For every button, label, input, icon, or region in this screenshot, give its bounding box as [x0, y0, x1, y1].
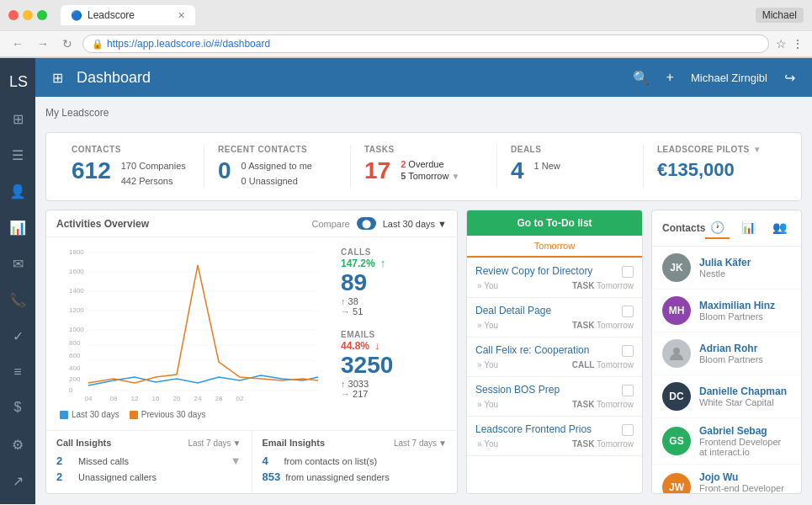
todo-title-0[interactable]: Review Copy for Directory	[475, 265, 634, 278]
stat-contacts: CONTACTS 612 170 Companies 442 Persons	[58, 145, 204, 189]
sidebar-icon-grid[interactable]: ⊞	[3, 104, 33, 134]
contact-item-2[interactable]: Adrian Rohr Bloom Partners	[652, 332, 801, 375]
tab-chart[interactable]: 📊	[736, 217, 761, 239]
reload-btn[interactable]: ↻	[59, 35, 76, 52]
activity-chart: 1800 1600 1400 1200 1000 800 600 400 200…	[53, 244, 334, 404]
chart-legend: Last 30 days Previous 30 days	[53, 407, 334, 423]
svg-text:28: 28	[215, 395, 223, 402]
svg-text:24: 24	[194, 395, 202, 402]
contacts-header: Contacts 🕐 📊 👥	[652, 210, 801, 247]
contact-item-5[interactable]: JW Jojo Wu Front-end Developer at intera…	[652, 465, 801, 493]
bookmark-icon[interactable]: ☆	[776, 37, 787, 50]
sidebar-icon-tasks[interactable]: ≡	[3, 358, 33, 386]
tasks-number: 17	[364, 159, 390, 183]
maximize-btn[interactable]	[37, 10, 47, 20]
contact-info-2: Adrian Rohr Bloom Partners	[699, 343, 791, 364]
todo-checkbox-0[interactable]	[622, 266, 634, 278]
svg-text:12: 12	[131, 395, 139, 402]
tab-add-contact[interactable]: 👥	[767, 217, 792, 239]
sidebar-icon-contacts[interactable]: 👤	[3, 177, 33, 206]
pilots-value: €135,000	[657, 159, 776, 181]
forward-btn[interactable]: →	[34, 35, 52, 52]
back-btn[interactable]: ←	[8, 35, 27, 52]
email-contacts-count: 4	[263, 454, 279, 467]
todo-list: Review Copy for Directory » You TASK Tom…	[467, 258, 642, 493]
legend-last-30: Last 30 days	[60, 410, 119, 419]
chart-stats: CALLS 147.2% ↑ 89 ↑ 38 → 51	[341, 244, 450, 423]
emails-stat: EMAILS 44.8% ↓ 3250 ↑ 3033 → 217	[341, 330, 450, 399]
call-insights-title: Call Insights	[56, 438, 188, 448]
search-icon[interactable]: 🔍	[629, 66, 653, 89]
contact-item-4[interactable]: GS Gabriel Sebag Frontend Developer at i…	[652, 418, 801, 465]
sidebar-icon-check[interactable]: ✓	[3, 322, 33, 351]
sidebar-icon-chart[interactable]: 📊	[3, 213, 33, 242]
contacts-panel: Contacts 🕐 📊 👥 JK Julia Käfer Nes	[651, 210, 802, 494]
contact-company-3: White Star Capital	[699, 397, 791, 407]
go-to-todo-btn[interactable]: Go to To-Do list	[467, 210, 642, 236]
pilots-dropdown-icon[interactable]: ▼	[753, 145, 762, 154]
recent-contacts-label: RECENT CONTACTS	[218, 145, 337, 154]
emails-down-icon: ↓	[374, 339, 380, 352]
todo-checkbox-3[interactable]	[622, 385, 634, 396]
contact-item-1[interactable]: MH Maximilian Hinz Bloom Partners	[652, 290, 801, 332]
todo-title-1[interactable]: Deal Detail Page	[475, 305, 634, 317]
todo-item-1: Deal Detail Page » You TASK Tomorrow	[467, 298, 642, 338]
email-insights-period[interactable]: Last 7 days ▼	[394, 439, 447, 448]
contact-name-5: Jojo Wu	[699, 471, 791, 483]
missed-calls-chevron[interactable]: ▼	[231, 454, 241, 467]
sidebar-icon-logo[interactable]: LS	[3, 66, 33, 98]
minimize-btn[interactable]	[23, 10, 33, 20]
lock-icon: 🔒	[92, 39, 103, 50]
svg-text:20: 20	[173, 395, 181, 402]
contact-item-0[interactable]: JK Julia Käfer Nestle	[652, 247, 801, 290]
sidebar-icon-settings[interactable]: ⚙	[3, 430, 33, 460]
contact-info-1: Maximilian Hinz Bloom Partners	[699, 300, 791, 322]
tab-tomorrow[interactable]: Tomorrow	[467, 236, 642, 258]
compare-toggle[interactable]: ⬤	[357, 217, 376, 230]
tab-close-icon[interactable]: ✕	[178, 10, 185, 21]
contact-item-3[interactable]: DC Danielle Chapman White Star Capital	[652, 375, 801, 418]
avatar-1: MH	[662, 296, 691, 325]
todo-checkbox-1[interactable]	[622, 306, 634, 317]
tab-recent[interactable]: 🕐	[705, 217, 730, 239]
companies-count: 170 Companies	[121, 159, 186, 174]
call-insights-period[interactable]: Last 7 days ▼	[188, 439, 241, 448]
app-header: ⊞ Dashboard 🔍 + Michael Zirngibl ↪	[35, 58, 812, 97]
emails-number: 3250	[341, 352, 450, 379]
deals-new: 1 New	[534, 159, 560, 174]
stat-recent-contacts: RECENT CONTACTS 0 0 Assigned to me 0 Una…	[204, 145, 351, 189]
url-bar[interactable]: 🔒 https://app.leadscore.io/#/dashboard	[82, 35, 769, 53]
todo-title-2[interactable]: Call Felix re: Cooperation	[475, 344, 634, 357]
emails-detail: ↑ 3033 → 217	[341, 379, 450, 399]
sidebar-icon-export[interactable]: ↗	[3, 466, 33, 496]
grid-icon[interactable]: ⊞	[49, 66, 66, 89]
menu-icon[interactable]: ⋮	[792, 37, 804, 50]
deals-number: 4	[511, 159, 524, 183]
calls-stat: CALLS 147.2% ↑ 89 ↑ 38 → 51	[341, 247, 450, 316]
todo-checkbox-4[interactable]	[622, 424, 634, 436]
sidebar-icon-deals[interactable]: $	[3, 393, 33, 422]
stat-tasks: TASKS 17 2 Overdue 5 Tomorrow ▼	[351, 145, 497, 189]
svg-text:600: 600	[69, 352, 81, 359]
todo-item-2: Call Felix re: Cooperation » You CALL To…	[467, 338, 642, 377]
sidebar-icon-mail[interactable]: ✉	[3, 249, 33, 279]
svg-text:04: 04	[85, 395, 93, 402]
section-label: My Leadscore	[45, 107, 802, 119]
sidebar-icon-list[interactable]: ☰	[3, 141, 33, 170]
svg-text:02: 02	[236, 395, 244, 402]
add-icon[interactable]: +	[663, 66, 677, 88]
sidebar-icon-phone[interactable]: 📞	[3, 285, 33, 315]
email-unassigned-label: from unassigned senders	[285, 472, 447, 482]
todo-title-4[interactable]: Leadscore Frontend Prios	[475, 423, 634, 436]
date-range-btn[interactable]: Last 30 days ▼	[383, 219, 447, 229]
todo-title-3[interactable]: Session BOS Prep	[475, 384, 634, 396]
stat-leadscore-pilots: LEADSCORE PILOTS ▼ €135,000	[644, 145, 789, 189]
insights-row: Call Insights Last 7 days ▼ 2 Missed cal…	[46, 430, 457, 493]
browser-tab[interactable]: 🔵 Leadscore ✕	[61, 5, 195, 25]
call-insights-block: Call Insights Last 7 days ▼ 2 Missed cal…	[46, 431, 252, 493]
logout-icon[interactable]: ↪	[781, 66, 799, 89]
contact-company-5: Front-end Developer at interact...	[699, 483, 791, 493]
close-btn[interactable]	[8, 10, 19, 20]
todo-checkbox-2[interactable]	[622, 345, 634, 357]
email-insight-item-1: 853 from unassigned senders	[263, 470, 448, 483]
